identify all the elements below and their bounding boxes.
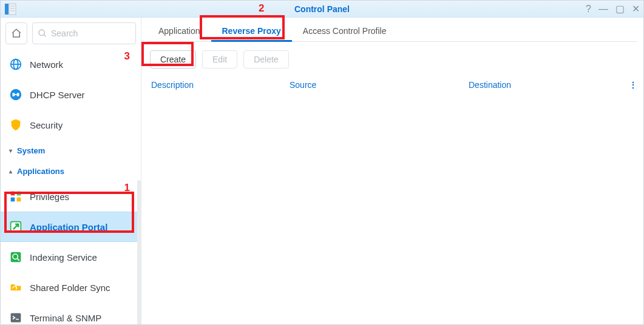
sidebar-item-label: Terminal & SNMP [30, 313, 101, 323]
col-source[interactable]: Source [286, 80, 465, 90]
sidebar-item-label: Security [30, 120, 63, 130]
sidebar-item-security[interactable]: Security [1, 110, 141, 140]
minimize-icon[interactable]: — [598, 4, 608, 14]
svg-rect-22 [11, 313, 21, 323]
annotation-2: 2 [259, 2, 264, 15]
svg-rect-19 [11, 252, 21, 263]
sidebar-item-network[interactable]: Network [1, 49, 141, 79]
sidebar-group-system[interactable]: ▾ System [1, 140, 141, 161]
sidebar-item-terminal[interactable]: Terminal & SNMP [1, 303, 141, 324]
network-icon [9, 58, 22, 71]
terminal-icon [9, 311, 22, 324]
sidebar-item-dhcp[interactable]: DHCP Server [1, 79, 141, 110]
foldersync-icon [9, 281, 22, 294]
main-content: Application Reverse Proxy Access Control… [141, 18, 643, 324]
svg-rect-15 [17, 192, 21, 196]
maximize-icon[interactable]: ▢ [615, 4, 625, 14]
svg-point-5 [39, 30, 44, 35]
app-portal-icon [9, 220, 22, 233]
search-input[interactable] [51, 28, 130, 38]
sidebar-item-label: Network [30, 59, 63, 70]
sidebar-item-label: Privileges [30, 192, 69, 202]
privileges-icon [9, 190, 22, 203]
col-menu-icon[interactable]: ⋮ [623, 80, 637, 90]
control-panel-window: Control Panel ? — ▢ ✕ 2 [0, 0, 644, 325]
sidebar-item-application-portal[interactable]: Application Portal [1, 212, 141, 242]
create-button[interactable]: Create [150, 50, 196, 69]
sidebar: Network DHCP Server Security ▾ Syst [1, 18, 141, 324]
help-icon[interactable]: ? [586, 4, 591, 14]
search-box[interactable] [32, 22, 136, 44]
sidebar-scrollbar[interactable] [137, 180, 141, 324]
svg-rect-12 [17, 93, 19, 96]
sidebar-item-label: Indexing Service [30, 252, 97, 263]
svg-line-6 [44, 35, 46, 36]
indexing-icon [9, 250, 22, 264]
sidebar-item-label: DHCP Server [30, 90, 85, 100]
tab-reverse-proxy[interactable]: Reverse Proxy [211, 21, 292, 41]
tab-access-control-profile[interactable]: Access Control Profile [292, 21, 398, 41]
sidebar-item-label: Shared Folder Sync [30, 283, 110, 293]
tabs: Application Reverse Proxy Access Control… [147, 21, 637, 42]
chevron-down-icon: ▾ [9, 147, 12, 154]
close-icon[interactable]: ✕ [632, 4, 640, 14]
col-destination[interactable]: Destination [465, 80, 623, 90]
table-header: Description Source Destination ⋮ [147, 76, 637, 94]
dhcp-icon [9, 88, 22, 101]
col-description[interactable]: Description [147, 80, 286, 90]
sidebar-item-label: Application Portal [30, 222, 107, 232]
svg-rect-17 [17, 198, 21, 202]
sidebar-group-applications[interactable]: ▴ Applications [1, 161, 141, 181]
shield-icon [9, 118, 22, 132]
svg-rect-16 [11, 198, 15, 202]
titlebar: Control Panel ? — ▢ ✕ 2 [1, 1, 643, 18]
svg-rect-11 [13, 93, 15, 96]
window-title: Control Panel [1, 4, 643, 14]
chevron-up-icon: ▴ [9, 168, 12, 175]
svg-rect-0 [5, 4, 8, 15]
delete-button: Delete [243, 50, 288, 69]
edit-button: Edit [202, 50, 237, 69]
app-icon [4, 3, 16, 15]
sidebar-item-privileges[interactable]: Privileges [1, 181, 141, 212]
sidebar-item-indexing[interactable]: Indexing Service [1, 242, 141, 272]
home-button[interactable] [5, 22, 27, 44]
sidebar-item-sharedfoldersync[interactable]: Shared Folder Sync [1, 272, 141, 303]
svg-rect-1 [9, 4, 16, 15]
tab-application[interactable]: Application [147, 21, 211, 41]
toolbar: Create Edit Delete [147, 42, 637, 76]
proxy-table: Description Source Destination ⋮ [147, 76, 637, 318]
svg-rect-14 [11, 192, 15, 196]
